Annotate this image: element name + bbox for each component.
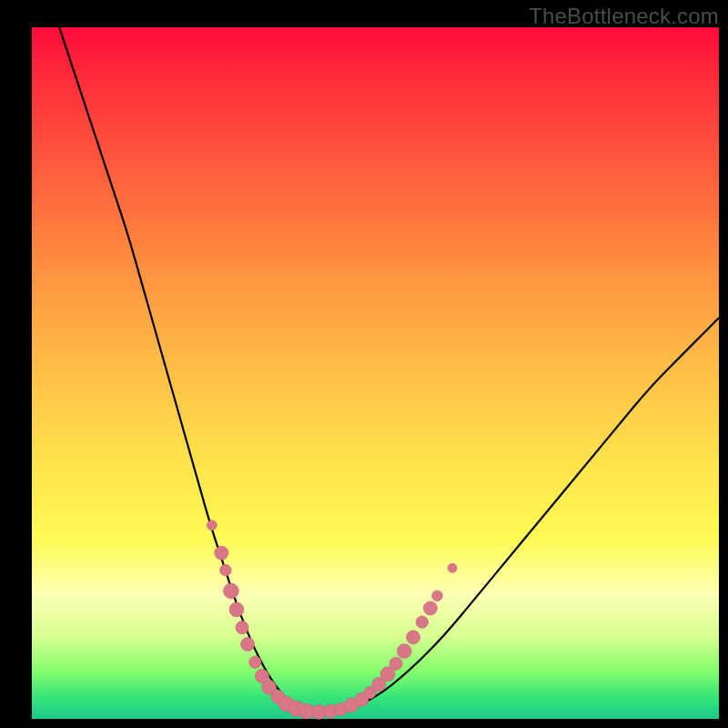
watermark-text: TheBottleneck.com xyxy=(529,4,719,29)
curve-marker xyxy=(416,616,428,628)
curve-marker xyxy=(389,657,402,670)
curve-marker xyxy=(249,656,261,668)
curve-marker xyxy=(448,563,457,572)
curve-marker xyxy=(241,637,255,651)
curve-marker xyxy=(397,644,411,659)
curve-marker xyxy=(229,602,244,617)
curve-marker xyxy=(207,521,217,531)
curve-marker xyxy=(224,583,239,599)
curve-marker xyxy=(236,622,248,634)
chart-frame: TheBottleneck.com xyxy=(0,0,728,728)
chart-svg xyxy=(32,27,719,719)
bottleneck-curve xyxy=(59,27,719,712)
marker-group xyxy=(207,521,457,719)
curve-marker xyxy=(423,602,437,615)
curve-marker xyxy=(215,546,228,560)
curve-marker xyxy=(220,564,231,575)
curve-marker xyxy=(407,631,420,644)
curve-marker xyxy=(432,591,443,602)
plot-area xyxy=(32,27,719,719)
